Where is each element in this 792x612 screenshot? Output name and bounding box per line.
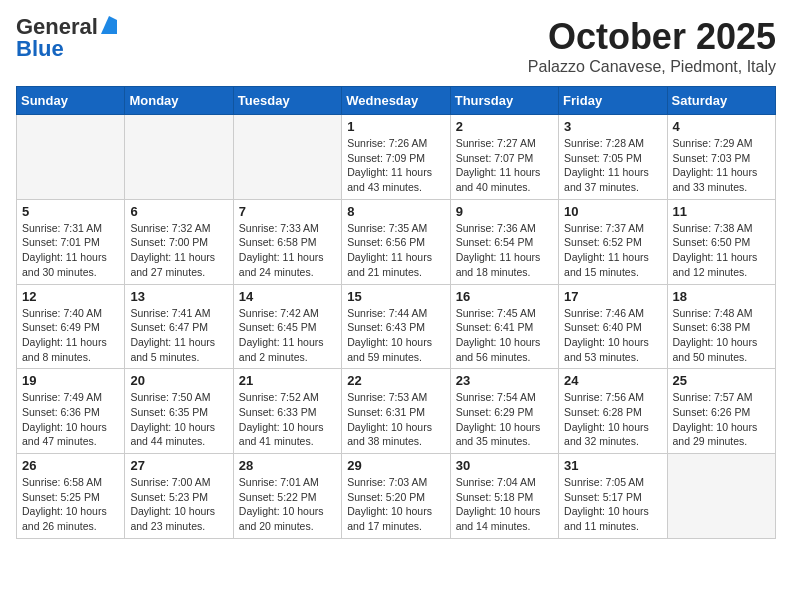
calendar-cell: 30Sunrise: 7:04 AM Sunset: 5:18 PM Dayli… [450,454,558,539]
day-number: 27 [130,458,227,473]
day-number: 14 [239,289,336,304]
day-number: 13 [130,289,227,304]
day-number: 16 [456,289,553,304]
calendar-header-friday: Friday [559,87,667,115]
calendar-cell: 31Sunrise: 7:05 AM Sunset: 5:17 PM Dayli… [559,454,667,539]
calendar-cell: 22Sunrise: 7:53 AM Sunset: 6:31 PM Dayli… [342,369,450,454]
calendar-cell: 14Sunrise: 7:42 AM Sunset: 6:45 PM Dayli… [233,284,341,369]
day-number: 15 [347,289,444,304]
calendar-cell [667,454,775,539]
day-info: Sunrise: 7:33 AM Sunset: 6:58 PM Dayligh… [239,221,336,280]
calendar-cell: 9Sunrise: 7:36 AM Sunset: 6:54 PM Daylig… [450,199,558,284]
day-number: 25 [673,373,770,388]
day-info: Sunrise: 7:53 AM Sunset: 6:31 PM Dayligh… [347,390,444,449]
svg-marker-0 [101,16,117,34]
day-number: 30 [456,458,553,473]
day-number: 1 [347,119,444,134]
day-info: Sunrise: 7:04 AM Sunset: 5:18 PM Dayligh… [456,475,553,534]
day-info: Sunrise: 7:29 AM Sunset: 7:03 PM Dayligh… [673,136,770,195]
day-info: Sunrise: 7:00 AM Sunset: 5:23 PM Dayligh… [130,475,227,534]
calendar-cell: 19Sunrise: 7:49 AM Sunset: 6:36 PM Dayli… [17,369,125,454]
logo-icon [101,16,117,34]
calendar-header-monday: Monday [125,87,233,115]
day-number: 20 [130,373,227,388]
day-number: 26 [22,458,119,473]
calendar-header-sunday: Sunday [17,87,125,115]
title-block: October 2025 Palazzo Canavese, Piedmont,… [528,16,776,76]
calendar-cell: 29Sunrise: 7:03 AM Sunset: 5:20 PM Dayli… [342,454,450,539]
calendar-week-row: 19Sunrise: 7:49 AM Sunset: 6:36 PM Dayli… [17,369,776,454]
day-info: Sunrise: 7:41 AM Sunset: 6:47 PM Dayligh… [130,306,227,365]
day-info: Sunrise: 7:38 AM Sunset: 6:50 PM Dayligh… [673,221,770,280]
calendar-cell: 21Sunrise: 7:52 AM Sunset: 6:33 PM Dayli… [233,369,341,454]
day-info: Sunrise: 7:28 AM Sunset: 7:05 PM Dayligh… [564,136,661,195]
calendar-cell: 7Sunrise: 7:33 AM Sunset: 6:58 PM Daylig… [233,199,341,284]
calendar-cell: 17Sunrise: 7:46 AM Sunset: 6:40 PM Dayli… [559,284,667,369]
calendar-header-row: SundayMondayTuesdayWednesdayThursdayFrid… [17,87,776,115]
calendar-cell: 25Sunrise: 7:57 AM Sunset: 6:26 PM Dayli… [667,369,775,454]
calendar-cell: 10Sunrise: 7:37 AM Sunset: 6:52 PM Dayli… [559,199,667,284]
location-title: Palazzo Canavese, Piedmont, Italy [528,58,776,76]
day-info: Sunrise: 7:05 AM Sunset: 5:17 PM Dayligh… [564,475,661,534]
day-number: 10 [564,204,661,219]
calendar-cell [125,115,233,200]
calendar-cell: 1Sunrise: 7:26 AM Sunset: 7:09 PM Daylig… [342,115,450,200]
calendar-cell: 16Sunrise: 7:45 AM Sunset: 6:41 PM Dayli… [450,284,558,369]
day-info: Sunrise: 7:56 AM Sunset: 6:28 PM Dayligh… [564,390,661,449]
logo-blue: Blue [16,38,64,60]
day-info: Sunrise: 6:58 AM Sunset: 5:25 PM Dayligh… [22,475,119,534]
calendar-header-tuesday: Tuesday [233,87,341,115]
day-number: 23 [456,373,553,388]
calendar-header-thursday: Thursday [450,87,558,115]
day-info: Sunrise: 7:36 AM Sunset: 6:54 PM Dayligh… [456,221,553,280]
day-info: Sunrise: 7:35 AM Sunset: 6:56 PM Dayligh… [347,221,444,280]
day-number: 31 [564,458,661,473]
page-header: General Blue October 2025 Palazzo Canave… [16,16,776,76]
day-number: 6 [130,204,227,219]
day-info: Sunrise: 7:57 AM Sunset: 6:26 PM Dayligh… [673,390,770,449]
calendar-header-wednesday: Wednesday [342,87,450,115]
calendar-header-saturday: Saturday [667,87,775,115]
calendar-cell: 18Sunrise: 7:48 AM Sunset: 6:38 PM Dayli… [667,284,775,369]
day-number: 7 [239,204,336,219]
calendar-cell: 24Sunrise: 7:56 AM Sunset: 6:28 PM Dayli… [559,369,667,454]
day-number: 12 [22,289,119,304]
calendar-week-row: 5Sunrise: 7:31 AM Sunset: 7:01 PM Daylig… [17,199,776,284]
day-info: Sunrise: 7:42 AM Sunset: 6:45 PM Dayligh… [239,306,336,365]
calendar-cell: 2Sunrise: 7:27 AM Sunset: 7:07 PM Daylig… [450,115,558,200]
day-info: Sunrise: 7:03 AM Sunset: 5:20 PM Dayligh… [347,475,444,534]
day-info: Sunrise: 7:27 AM Sunset: 7:07 PM Dayligh… [456,136,553,195]
calendar-cell: 12Sunrise: 7:40 AM Sunset: 6:49 PM Dayli… [17,284,125,369]
day-number: 18 [673,289,770,304]
logo: General Blue [16,16,117,60]
day-info: Sunrise: 7:44 AM Sunset: 6:43 PM Dayligh… [347,306,444,365]
logo-general: General [16,16,98,38]
day-info: Sunrise: 7:46 AM Sunset: 6:40 PM Dayligh… [564,306,661,365]
day-info: Sunrise: 7:49 AM Sunset: 6:36 PM Dayligh… [22,390,119,449]
calendar-cell: 13Sunrise: 7:41 AM Sunset: 6:47 PM Dayli… [125,284,233,369]
calendar-cell: 8Sunrise: 7:35 AM Sunset: 6:56 PM Daylig… [342,199,450,284]
day-info: Sunrise: 7:45 AM Sunset: 6:41 PM Dayligh… [456,306,553,365]
day-number: 17 [564,289,661,304]
day-number: 21 [239,373,336,388]
day-info: Sunrise: 7:40 AM Sunset: 6:49 PM Dayligh… [22,306,119,365]
day-info: Sunrise: 7:01 AM Sunset: 5:22 PM Dayligh… [239,475,336,534]
day-number: 24 [564,373,661,388]
calendar-cell: 28Sunrise: 7:01 AM Sunset: 5:22 PM Dayli… [233,454,341,539]
calendar-week-row: 26Sunrise: 6:58 AM Sunset: 5:25 PM Dayli… [17,454,776,539]
calendar-cell: 4Sunrise: 7:29 AM Sunset: 7:03 PM Daylig… [667,115,775,200]
calendar-table: SundayMondayTuesdayWednesdayThursdayFrid… [16,86,776,539]
calendar-week-row: 1Sunrise: 7:26 AM Sunset: 7:09 PM Daylig… [17,115,776,200]
day-number: 3 [564,119,661,134]
calendar-cell [233,115,341,200]
calendar-cell: 23Sunrise: 7:54 AM Sunset: 6:29 PM Dayli… [450,369,558,454]
calendar-cell: 6Sunrise: 7:32 AM Sunset: 7:00 PM Daylig… [125,199,233,284]
day-number: 22 [347,373,444,388]
day-info: Sunrise: 7:32 AM Sunset: 7:00 PM Dayligh… [130,221,227,280]
day-number: 9 [456,204,553,219]
day-number: 4 [673,119,770,134]
day-info: Sunrise: 7:31 AM Sunset: 7:01 PM Dayligh… [22,221,119,280]
day-info: Sunrise: 7:37 AM Sunset: 6:52 PM Dayligh… [564,221,661,280]
calendar-cell: 20Sunrise: 7:50 AM Sunset: 6:35 PM Dayli… [125,369,233,454]
day-number: 28 [239,458,336,473]
